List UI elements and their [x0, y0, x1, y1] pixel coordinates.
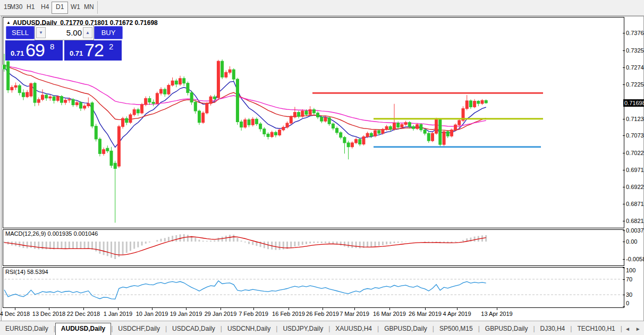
volume-increase-button[interactable]: ▲ [83, 27, 92, 38]
price-axis-tick [623, 221, 625, 221]
tab-tech100-h1[interactable]: TECH100,H1 [572, 323, 620, 334]
tab-usdchf-daily[interactable]: USDCHF,Daily [113, 323, 165, 334]
macd-name: MACD(12,26,9) [5, 230, 46, 237]
date-axis-tick [323, 308, 323, 310]
date-axis-label: 1 Jan 2019 [104, 311, 132, 317]
macd-axis-tick [623, 230, 625, 231]
volume-decrease-button[interactable]: ▼ [36, 27, 46, 38]
price-axis-tick [623, 33, 625, 33]
sell-price-main: 69 [26, 40, 45, 61]
date-axis-label: 4 Dec 2018 [0, 311, 30, 317]
date-axis-label: 7 Feb 2019 [239, 311, 268, 317]
date-axis-tick [83, 308, 84, 310]
rsi-axis-label: 70 [626, 276, 632, 282]
macd-axis-tick [623, 242, 625, 242]
date-axis-tick [497, 308, 497, 310]
rsi-axis-label: 30 [626, 291, 632, 298]
buy-price-display[interactable]: 0.71 72 2 [64, 40, 122, 61]
price-axis-tick [623, 170, 625, 170]
date-axis-label: 7 Mar 2019 [340, 311, 369, 317]
date-axis-label: 26 Mar 2019 [409, 311, 442, 317]
tabs-scroll-right-icon[interactable]: ► [633, 326, 643, 332]
macd-axis-tick [623, 259, 625, 260]
rsi-axis-label: 100 [626, 267, 635, 273]
price-axis-label: 0.72250 [626, 81, 644, 88]
date-axis-label: 13 Dec 2018 [32, 311, 65, 317]
macd-label: MACD(12,26,9) 0.001935 0.001046 [5, 230, 98, 237]
one-click-trading-panel: SELL ▼ ▲ BUY 0.71 69 8 0.71 72 2 [5, 25, 122, 61]
date-axis-tick [389, 308, 390, 310]
date-axis-tick [253, 308, 254, 310]
date-axis-tick [221, 308, 221, 310]
mt4-window: 15M30H1H4D1W1MN ▲AUDUSD,Daily0.71770 0.7… [0, 0, 644, 335]
price-axis-label: 0.69220 [626, 184, 644, 190]
date-axis-label: 29 Jan 2019 [205, 311, 237, 317]
timeframe-button-mn[interactable]: MN [80, 2, 98, 13]
tab-usdcad-daily[interactable]: USDCAD,Daily [167, 323, 221, 334]
macd-axis-label: 0.003793 [626, 227, 644, 234]
timeframe-toolbar: 15M30H1H4D1W1MN [0, 0, 644, 16]
buy-button[interactable]: BUY [94, 26, 123, 39]
price-axis-tick [623, 153, 625, 153]
rsi-axis-tick [623, 279, 625, 280]
date-axis-label: 22 Dec 2018 [67, 311, 100, 317]
macd-values: 0.001935 0.001046 [47, 230, 98, 237]
sell-price-pip: 8 [50, 42, 54, 51]
price-axis-tick [623, 84, 625, 85]
price-axis-tick [623, 135, 625, 136]
date-axis-tick [289, 308, 289, 310]
date-axis-tick [15, 308, 15, 310]
tab-gbpusd-daily[interactable]: GBPUSD,Daily [379, 323, 433, 334]
date-axis-label: 16 Mar 2019 [373, 311, 406, 317]
tab-audusd-daily[interactable]: AUDUSD,Daily [55, 323, 111, 335]
price-axis-label: 0.68215 [626, 218, 644, 224]
buy-price-pip: 2 [109, 42, 113, 51]
date-axis-tick [186, 308, 187, 310]
price-axis-label: 0.70225 [626, 150, 644, 156]
date-axis-tick [152, 308, 152, 310]
price-axis-tick [623, 187, 625, 187]
sell-price-prefix: 0.71 [11, 49, 24, 57]
tab-usdcnh-daily[interactable]: USDCNH,Daily [222, 323, 276, 334]
price-axis-label: 0.69715 [626, 167, 644, 173]
date-axis-tick [425, 308, 426, 310]
buy-price-main: 72 [84, 40, 104, 61]
sell-button[interactable]: SELL [6, 26, 35, 39]
rsi-name: RSI(14) [5, 269, 26, 275]
price-axis-label: 0.72745 [626, 64, 644, 71]
timeframe-button-d1[interactable]: D1 [52, 2, 68, 14]
timeframe-button-h4[interactable]: H4 [37, 2, 53, 13]
rsi-axis-tick [623, 306, 625, 307]
price-axis-label: 0.68710 [626, 201, 644, 207]
date-axis-tick [118, 308, 118, 310]
price-axis-tick [623, 50, 625, 51]
price-axis-tick [623, 204, 625, 204]
date-axis-label: 13 Apr 2019 [481, 311, 512, 317]
buy-price-prefix: 0.71 [70, 49, 83, 57]
collapse-triangle-icon[interactable]: ▲ [6, 20, 11, 25]
price-axis-label: 0.70735 [626, 132, 644, 139]
volume-input[interactable] [47, 27, 83, 39]
rsi-axis-tick [623, 268, 625, 268]
current-price-badge: 0.71698 [623, 99, 644, 107]
tab-xauusd-h4[interactable]: XAUUSD,H4 [330, 323, 377, 334]
date-axis-label: 19 Jan 2019 [170, 311, 202, 317]
tabs-scroll-left-icon[interactable]: ◄ [622, 326, 633, 332]
tab-gbpusd-daily[interactable]: GBPUSD,Daily [480, 323, 533, 334]
price-axis-label: 0.73255 [626, 47, 644, 54]
price-axis-tick [623, 67, 625, 68]
sell-price-display[interactable]: 0.71 69 8 [5, 40, 63, 61]
date-axis-label: 26 Feb 2019 [306, 311, 339, 317]
rsi-panel [3, 267, 624, 308]
chart-tab-bar: EURUSD,Daily|AUDUSD,Daily|USDCHF,Daily|U… [0, 321, 644, 335]
rsi-axis-label: 0 [626, 300, 629, 306]
rsi-axis-tick [623, 295, 625, 295]
rsi-value: 58.5394 [27, 269, 48, 275]
timeframe-button-h1[interactable]: H1 [23, 2, 38, 13]
tab-usdjpy-daily[interactable]: USDJPY,Daily [277, 323, 328, 334]
tab-eurusd-daily[interactable]: EURUSD,Daily [0, 323, 54, 334]
macd-axis-label: 0.00 [626, 238, 637, 245]
price-axis-label: 0.71230 [626, 116, 644, 122]
tab-dj30-h4[interactable]: DJ30,H4 [535, 323, 571, 334]
tab-sp500-m15[interactable]: SP500,M15 [434, 323, 478, 334]
